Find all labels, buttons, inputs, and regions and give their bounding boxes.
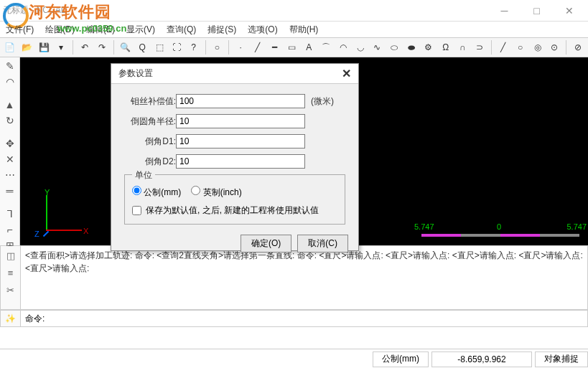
ellipse2-icon[interactable]: ⬬: [404, 39, 419, 55]
watermark-text: 河东软件园: [29, 1, 111, 23]
comp-input[interactable]: [176, 94, 305, 108]
compass-icon[interactable]: ◠: [3, 76, 17, 88]
open-icon[interactable]: 📂: [20, 39, 34, 55]
dialog-title: 参数设置: [118, 67, 153, 80]
rect-icon[interactable]: ▭: [285, 39, 299, 55]
new-icon[interactable]: 📄: [3, 39, 17, 55]
close-button[interactable]: ✕: [553, 1, 585, 21]
radio-imperial[interactable]: 英制(inch): [191, 186, 241, 199]
tangent-icon[interactable]: ⊘: [571, 39, 585, 55]
wand-icon[interactable]: ✨: [5, 313, 16, 324]
gear-icon[interactable]: ⚙: [421, 39, 436, 55]
hline-icon[interactable]: ━: [268, 39, 282, 55]
line2-icon[interactable]: ╱: [496, 39, 510, 55]
dash-icon[interactable]: ⋯: [3, 169, 17, 181]
d1-input[interactable]: [176, 134, 305, 148]
zoom-in-icon[interactable]: 🔍: [118, 39, 133, 55]
menu-option[interactable]: 选项(O): [245, 22, 280, 37]
redo-icon[interactable]: ↷: [95, 39, 109, 55]
unit-legend: 单位: [132, 169, 155, 181]
save-icon[interactable]: 💾: [37, 39, 52, 55]
fillet-label: 倒圆角半径:: [124, 115, 176, 128]
text-icon[interactable]: A: [302, 39, 316, 55]
help-icon[interactable]: ?: [187, 39, 201, 55]
menubar: 文件(F) 绘图(D) 编辑(E) 显示(V) 查询(Q) 捕捉(S) 选项(O…: [0, 22, 588, 37]
menu-display[interactable]: 显示(V): [123, 22, 158, 37]
zoom-window-icon[interactable]: ⬚: [152, 39, 167, 55]
z-axis-label: Z: [34, 230, 39, 238]
d1-label: 倒角D1:: [124, 136, 176, 148]
corner-icon[interactable]: ⌐: [3, 224, 17, 235]
menu-help[interactable]: 帮助(H): [286, 22, 322, 37]
command-input-row: ✨ 命令:: [0, 310, 588, 327]
rotate-icon[interactable]: ↻: [3, 115, 17, 126]
scale-ruler: 5.747 0 5.747: [421, 234, 579, 237]
comp-label: 钼丝补偿值:: [124, 95, 176, 108]
style-icon[interactable]: ≡: [4, 266, 17, 279]
command-prompt: 命令:: [21, 313, 49, 325]
circle3-icon[interactable]: ◎: [531, 39, 545, 55]
comp-unit: (微米): [311, 95, 334, 108]
pencil-icon[interactable]: ✎: [3, 60, 17, 72]
save-default-label: 保存为默认值, 之后, 新建的工程将使用默认值: [146, 204, 319, 217]
menu-query[interactable]: 查询(Q): [164, 22, 199, 37]
status-mode[interactable]: 公制(mm): [373, 352, 429, 367]
y-axis-label: Y: [45, 188, 50, 197]
arc2-icon[interactable]: ◠: [336, 39, 350, 55]
ellipse-icon[interactable]: ⬭: [387, 39, 401, 55]
axis-indicator: Y X Z: [32, 188, 82, 238]
x-axis-label: X: [83, 227, 88, 235]
watermark-url: www.pc0359.cn: [57, 23, 126, 34]
save-default-checkbox[interactable]: [132, 206, 141, 215]
left-toolbar: ✎ ◠ ▲ ↻ ✥ ✕ ⋯ ═ ⅂ ⌐ ⊞ ▦: [0, 57, 20, 245]
trim-icon[interactable]: ✂: [4, 283, 17, 296]
main-toolbar: 📄 📂 💾 ▾ ↶ ↷ 🔍 Q ⬚ ⛶ ? ○ · ╱ ━ ▭ A ⌒ ◠ ◡ …: [0, 37, 588, 57]
circle4-icon[interactable]: ⊙: [547, 39, 561, 55]
zoom-out-icon[interactable]: Q: [135, 39, 149, 55]
dialog-titlebar[interactable]: 参数设置 ✕: [111, 64, 358, 84]
point-icon[interactable]: ·: [233, 39, 248, 55]
angle-icon[interactable]: ✕: [3, 154, 17, 165]
param-dialog: 参数设置 ✕ 钼丝补偿值: (微米) 倒圆角半径: 倒角D1: 倒角D2: 单位…: [111, 63, 359, 251]
equal-icon[interactable]: ═: [3, 185, 17, 197]
circle2-icon[interactable]: ○: [513, 39, 528, 55]
radio-metric[interactable]: 公制(mm): [132, 186, 181, 199]
polyline-icon[interactable]: ⅂: [3, 208, 17, 220]
mirror-icon[interactable]: ▲: [3, 99, 17, 110]
move-icon[interactable]: ✥: [3, 138, 17, 149]
arc-icon[interactable]: ⌒: [319, 39, 333, 55]
d2-label: 倒角D2:: [124, 156, 176, 168]
menu-snap[interactable]: 捕捉(S): [205, 22, 239, 37]
wave-icon[interactable]: ∩: [456, 39, 470, 55]
ok-button[interactable]: 确定(O): [241, 235, 291, 253]
circle-tool-icon[interactable]: ○: [210, 39, 224, 55]
line-icon[interactable]: ╱: [251, 39, 265, 55]
save-dropdown-icon[interactable]: ▾: [54, 39, 68, 55]
titlebar: 无标题 - NCCAD 河东软件园 ─ □ ✕: [0, 0, 588, 22]
status-snap[interactable]: 对象捕捉: [535, 352, 588, 367]
fillet-input[interactable]: [176, 114, 305, 128]
status-coords: -8.659,9.962: [431, 352, 532, 367]
cam-icon[interactable]: Ω: [439, 39, 453, 55]
dialog-close-icon[interactable]: ✕: [342, 67, 351, 80]
maximize-button[interactable]: □: [521, 1, 553, 21]
undo-icon[interactable]: ↶: [78, 39, 92, 55]
minimize-button[interactable]: ─: [488, 1, 521, 21]
spline-icon[interactable]: ∿: [370, 39, 385, 55]
cancel-button[interactable]: 取消(C): [297, 235, 348, 253]
d2-input[interactable]: [176, 154, 305, 169]
command-input[interactable]: [49, 313, 587, 324]
layer-icon[interactable]: ◫: [4, 249, 17, 262]
slot-icon[interactable]: ⊃: [472, 39, 487, 55]
unit-fieldset: 单位 公制(mm) 英制(inch) 保存为默认值, 之后, 新建的工程将使用默…: [124, 174, 345, 225]
statusbar: 公制(mm) -8.659,9.962 对象捕捉: [0, 349, 588, 368]
zoom-fit-icon[interactable]: ⛶: [169, 39, 184, 55]
arc3-icon[interactable]: ◡: [353, 39, 368, 55]
menu-file[interactable]: 文件(F): [3, 22, 37, 37]
